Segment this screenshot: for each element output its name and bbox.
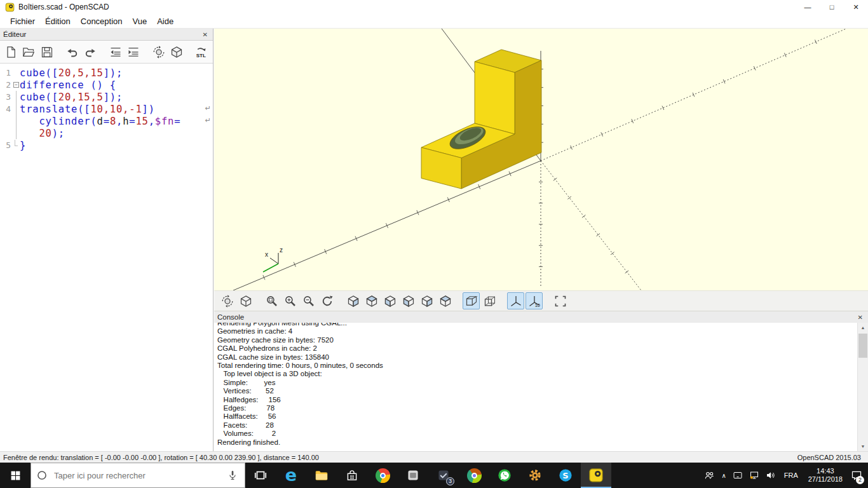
view-perspective-button[interactable] xyxy=(463,292,480,309)
whatsapp-icon xyxy=(498,468,512,482)
clock[interactable]: 14:43 27/11/2018 xyxy=(803,467,848,484)
close-button[interactable]: ✕ xyxy=(844,0,868,14)
taskbar-app-whatsapp[interactable] xyxy=(489,463,520,488)
redo-button[interactable] xyxy=(82,43,98,60)
taskbar-app-chrome[interactable] xyxy=(367,463,398,488)
settings-gear-icon xyxy=(528,468,542,482)
3d-viewport[interactable]: z x xyxy=(214,29,868,290)
console-line: Halfedges: 156 xyxy=(217,396,857,404)
show-axes-button[interactable] xyxy=(507,292,524,309)
menu-vue[interactable]: Vue xyxy=(128,15,153,27)
view-left-button[interactable] xyxy=(400,292,417,309)
minimize-button[interactable]: — xyxy=(796,0,820,14)
code-row: 20); xyxy=(0,127,213,139)
taskbar-app-openscad[interactable] xyxy=(581,463,611,488)
zoom-out-icon xyxy=(302,295,315,308)
new-document-button[interactable] xyxy=(3,43,19,60)
show-scale-markers-button[interactable]: 10 xyxy=(526,292,543,309)
action-center-icon[interactable]: 2 xyxy=(848,463,865,488)
zoom-all-button[interactable] xyxy=(263,292,280,309)
taskbar-app-file-explorer[interactable] xyxy=(306,463,337,488)
start-button[interactable] xyxy=(0,463,31,488)
clock-date: 27/11/2018 xyxy=(808,475,843,484)
undo-button[interactable] xyxy=(64,43,80,60)
view-front-button[interactable] xyxy=(418,292,435,309)
unindent-button[interactable] xyxy=(107,43,124,60)
render-icon xyxy=(240,295,252,308)
fold-collapse-icon: − xyxy=(13,82,19,88)
scroll-down-icon[interactable]: ▼ xyxy=(858,442,868,451)
menu-edition[interactable]: Édition xyxy=(40,15,76,27)
app-badge: 3 xyxy=(446,477,454,485)
menubar: FichierÉditionConceptionVueAide xyxy=(0,14,868,29)
view-render-button[interactable] xyxy=(237,292,254,309)
view-orthogonal-button[interactable] xyxy=(481,292,498,309)
taskbar: e3S ∧ FRA 14:43 27/11/2018 2 xyxy=(0,463,868,488)
taskbar-app-app-badge[interactable]: 3 xyxy=(428,463,459,488)
cube-bottom-icon xyxy=(384,295,397,308)
view-preview-button[interactable] xyxy=(219,292,236,309)
taskbar-app-app-light[interactable] xyxy=(398,463,428,488)
console-line: CGAL Polyhedrons in cache: 2 xyxy=(217,344,857,353)
console-line: Facets: 28 xyxy=(217,421,857,430)
scale-icon: 10 xyxy=(528,295,541,308)
network-icon[interactable] xyxy=(746,463,763,488)
view-top-button[interactable] xyxy=(363,292,380,309)
view-all-button[interactable] xyxy=(552,292,569,309)
zoom-out-button[interactable] xyxy=(300,292,317,309)
reset-view-button[interactable] xyxy=(318,292,336,309)
code-editor[interactable]: 1cube([20,5,15]);2−difference () {3cube(… xyxy=(0,64,213,451)
maximize-button[interactable]: □ xyxy=(820,0,844,14)
taskbar-search[interactable] xyxy=(31,463,245,488)
export-stl-button[interactable]: STL xyxy=(194,43,210,60)
line-number: 1 xyxy=(0,68,13,78)
indent-button[interactable] xyxy=(125,43,142,60)
cube-left-icon xyxy=(402,295,415,308)
fold-margin[interactable]: − xyxy=(13,79,20,91)
console-line: Volumes: 2 xyxy=(217,430,857,438)
window-controls: — □ ✕ xyxy=(796,0,868,14)
scroll-up-icon[interactable]: ▲ xyxy=(858,323,868,332)
view-bottom-button[interactable] xyxy=(381,292,398,309)
console-output[interactable]: Rendering Polygon Mesh using CGAL...Geom… xyxy=(214,323,857,451)
language-indicator[interactable]: FRA xyxy=(779,471,803,479)
notification-badge: 2 xyxy=(856,476,864,484)
zoom-in-button[interactable] xyxy=(281,292,299,309)
menu-fichier[interactable]: Fichier xyxy=(5,15,40,27)
view-back-button[interactable] xyxy=(437,292,454,309)
taskbar-app-settings-gear[interactable] xyxy=(520,463,550,488)
taskbar-app-task-view[interactable] xyxy=(245,463,276,488)
3d-scene: z x xyxy=(214,29,868,290)
render-button[interactable] xyxy=(168,43,185,60)
taskbar-app-browser-2[interactable] xyxy=(459,463,489,488)
view-toolbar: 10 xyxy=(214,290,868,311)
menu-aide[interactable]: Aide xyxy=(152,15,179,27)
line-number: 5 xyxy=(0,140,13,150)
scrollbar-thumb[interactable] xyxy=(858,334,867,358)
taskbar-app-store[interactable] xyxy=(337,463,367,488)
status-version: OpenSCAD 2015.03 xyxy=(797,454,865,461)
open-document-button[interactable] xyxy=(20,43,37,60)
code-row: 4translate([10,10,-1])↵ xyxy=(0,103,213,115)
console-line: Geometries in cache: 4 xyxy=(217,327,857,336)
new-icon xyxy=(4,46,17,58)
people-icon[interactable] xyxy=(701,463,718,488)
taskbar-app-skype[interactable]: S xyxy=(550,463,581,488)
menu-conception[interactable]: Conception xyxy=(76,15,128,27)
tray-expand-chevron-icon[interactable]: ∧ xyxy=(718,463,729,488)
save-document-button[interactable] xyxy=(39,43,55,60)
console-close-icon[interactable]: ✕ xyxy=(856,314,865,321)
app-light-icon xyxy=(406,468,420,482)
taskbar-app-edge[interactable]: e xyxy=(276,463,306,488)
view-right-button[interactable] xyxy=(344,292,362,309)
editor-panel-header: Éditeur ✕ xyxy=(0,29,213,41)
console-line: Total rendering time: 0 hours, 0 minutes… xyxy=(217,362,857,370)
volume-icon[interactable] xyxy=(763,463,779,488)
editor-close-icon[interactable]: ✕ xyxy=(201,31,210,38)
microphone-icon[interactable] xyxy=(227,470,238,481)
console-scrollbar[interactable]: ▲ ▼ xyxy=(857,323,868,451)
reset-icon xyxy=(321,295,334,308)
search-input[interactable] xyxy=(53,470,220,481)
preview-button[interactable] xyxy=(151,43,167,60)
tablet-mode-icon[interactable] xyxy=(729,463,746,488)
